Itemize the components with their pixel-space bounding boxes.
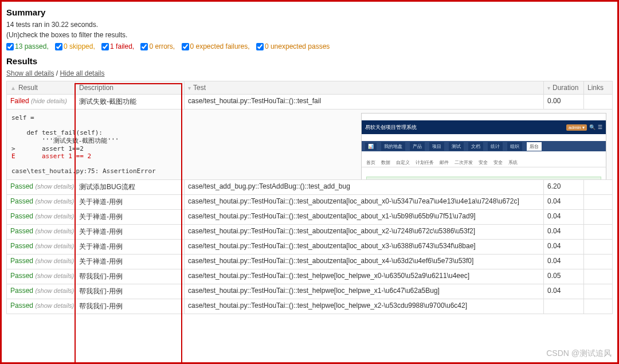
table-row: Passed (show details) 关于禅道-用例 case/test_… [7,195,613,210]
hide-all-link[interactable]: Hide all details [60,69,104,77]
ss-alert: 友情提示：您还未在禅道社区(www.zentao.net)登记，点击登记，登记后… [366,177,601,180]
links-cell [584,180,613,195]
desc-cell: 关于禅道-用例 [76,195,185,210]
duration-cell: 0.04 [544,240,584,255]
ss-subnav-item: 安全 [479,159,488,166]
ss-nav-item: 测试 [449,142,464,151]
test-cell: case/test_houtai.py::TestHouTai::()::tes… [185,299,544,314]
duration-cell: 0.04 [544,195,584,210]
desc-cell: 关于禅道-用例 [76,240,185,255]
status-passed: Passed [10,257,33,265]
test-cell: case/test_add_bug.py::TestAddBug::()::te… [185,180,544,195]
desc-cell: 关于禅道-用例 [76,210,185,225]
status-passed: Passed [10,302,33,310]
filter-skipped-label: 0 skipped, [64,42,95,50]
table-row: Passed (show details) 关于禅道-用例 case/test_… [7,255,613,269]
traceback-cell: self = def test_fail(self): '''测试失败-截图功能… [7,109,613,180]
link-sep: / [54,69,60,77]
col-description[interactable]: Description [76,81,185,95]
col-duration[interactable]: ▾Duration [544,81,584,95]
links-cell [584,255,613,269]
links-cell [584,269,613,284]
toggle-details[interactable]: (show details) [35,213,74,220]
ss-nav-item: 项目 [429,142,444,151]
table-row: Passed (show details) 帮我我们-用例 case/test_… [7,284,613,299]
desc-cell: 测试添加BUG流程 [76,180,185,195]
ss-subnav-item: 安全 [493,159,503,166]
filter-expf-checkbox[interactable] [182,43,189,50]
ss-nav-item: 组织 [507,142,522,151]
ss-nav-item: 文档 [468,142,483,151]
sort-icon: ▲ [10,85,16,91]
filter-skipped-checkbox[interactable] [55,43,62,50]
ss-subnav-item: 系统 [508,159,518,166]
test-cell: case/test_houtai.py::TestHouTai::()::tes… [185,195,544,210]
ss-nav-item: 我的地盘 [381,142,405,151]
links-cell [584,299,613,314]
test-cell: case/test_houtai.py::TestHouTai::()::tes… [185,225,544,240]
desc-cell: 帮我我们-用例 [76,269,185,284]
ss-subnav-item: 数据 [381,159,390,166]
toggle-details[interactable]: (show details) [35,228,74,234]
status-passed: Passed [10,242,33,250]
links-cell [584,240,613,255]
col-test[interactable]: ▾Test [185,81,544,95]
toggle-details[interactable]: (show details) [35,287,74,294]
results-heading: Results [6,56,613,66]
table-row: Passed (show details) 关于禅道-用例 case/test_… [7,225,613,240]
toggle-details[interactable]: (show details) [35,183,74,190]
links-cell [584,225,613,240]
toggle-details[interactable]: (show details) [35,302,74,309]
ss-home-icon: 📊 [365,143,377,150]
test-cell: case/test_houtai.py::TestHouTai::()::tes… [185,284,544,299]
desc-cell: 关于禅道-用例 [76,225,185,240]
duration-cell [544,299,584,314]
col-links[interactable]: Links [584,81,613,95]
duration-cell: 0.04 [544,225,584,240]
desc-cell: 帮我我们-用例 [76,299,185,314]
test-cell: case/test_houtai.py::TestHouTai::()::tes… [185,210,544,225]
duration-cell: 0.04 [544,210,584,225]
filter-failed-checkbox[interactable] [101,43,109,50]
table-row: Passed (show details) 帮我我们-用例 case/test_… [7,269,613,284]
test-cell: case/test_houtai.py::TestHouTai::()::tes… [185,95,544,109]
summary-heading: Summary [6,7,613,17]
ss-subnav-item: 计划任务 [416,159,434,166]
duration-cell: 0.00 [544,95,584,109]
toggle-details[interactable]: (show details) [35,257,74,264]
filter-errors-checkbox[interactable] [140,43,148,50]
sort-icon: ▾ [188,85,191,91]
desc-cell: 帮我我们-用例 [76,284,185,299]
links-cell [584,284,613,299]
filter-passed-checkbox[interactable] [6,43,14,50]
filter-errors-label: 0 errors, [149,42,175,50]
duration-cell: 0.04 [544,284,584,299]
links-cell [584,210,613,225]
toggle-details[interactable]: (show details) [35,198,74,205]
ss-subnav-item: 二次开发 [455,159,473,166]
watermark: CSDN @测试追风 [546,349,612,359]
filter-unexp-checkbox[interactable] [256,43,264,50]
status-passed: Passed [10,197,33,205]
links-cell [584,195,613,210]
ss-subnav: 首页数据自定义计划任务邮件二次开发安全安全系统 [362,158,606,167]
show-all-link[interactable]: Show all details [6,69,54,77]
ss-subnav-item: 首页 [366,159,375,166]
status-passed: Passed [10,212,33,220]
summary-filter-instr: (Un)check the boxes to filter the result… [6,31,613,39]
failure-screenshot[interactable]: 易软天创项目管理系统admin ▾🔍☰ 📊我的地盘产品项目测试文档统计组织后台 … [361,113,606,180]
duration-cell: 6.20 [544,180,584,195]
status-failed: Failed [10,97,29,105]
filter-failed-label: 1 failed, [110,42,134,50]
filter-unexp-label: 0 unexpected passes [265,42,330,50]
toggle-details[interactable]: (hide details) [31,97,67,104]
toggle-details[interactable]: (show details) [35,272,74,279]
table-row: Passed (show details) 关于禅道-用例 case/test_… [7,240,613,255]
results-table: ▲Result Description ▾Test ▾Duration Link… [6,81,613,314]
status-passed: Passed [10,287,33,295]
test-cell: case/test_houtai.py::TestHouTai::()::tes… [185,240,544,255]
col-result[interactable]: ▲Result [7,81,76,95]
ss-nav-item: 统计 [488,142,503,151]
toggle-details[interactable]: (show details) [35,242,74,249]
sort-icon: ▾ [547,85,550,91]
